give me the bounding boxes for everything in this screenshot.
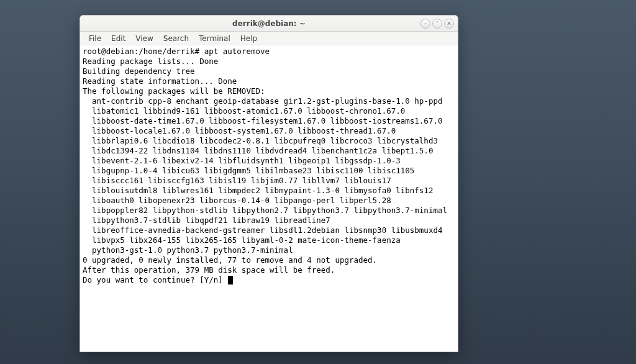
menu-search[interactable]: Search <box>158 33 194 44</box>
terminal-line: Reading state information... Done <box>83 76 455 86</box>
terminal-line: ant-contrib cpp-8 enchant geoip-database… <box>83 96 455 106</box>
menu-view[interactable]: View <box>130 33 158 44</box>
terminal-prompt-line[interactable]: Do you want to continue? [Y/n] <box>83 275 455 285</box>
terminal-line: libboost-date-time1.67.0 libboost-filesy… <box>83 116 455 126</box>
prompt-text: Do you want to continue? [Y/n] <box>83 275 227 285</box>
maximize-icon: ˄ <box>436 20 439 27</box>
terminal-line: root@debian:/home/derrik# apt autoremove <box>83 47 455 57</box>
terminal-window: derrik@debian: ~ – ˄ ✕ File Edit View Se… <box>80 15 458 352</box>
window-controls: – ˄ ✕ <box>420 19 454 29</box>
terminal-line: libatomic1 libbind9-161 libboost-atomic1… <box>83 106 455 116</box>
minimize-button[interactable]: – <box>420 19 430 29</box>
terminal-line: python3-gst-1.0 python3.7 python3.7-mini… <box>83 245 455 255</box>
terminal-line: Building dependency tree <box>83 66 455 76</box>
terminal-output-area[interactable]: root@debian:/home/derrik# apt autoremove… <box>80 45 458 352</box>
menu-edit[interactable]: Edit <box>106 33 130 44</box>
terminal-line: libvpx5 libx264-155 libx265-165 libyaml-… <box>83 235 455 245</box>
maximize-button[interactable]: ˄ <box>432 19 442 29</box>
close-icon: ✕ <box>447 20 452 27</box>
terminal-line: libreoffice-avmedia-backend-gstreamer li… <box>83 225 455 235</box>
cursor-block <box>228 276 233 284</box>
terminal-line: libisccc161 libisccfg163 libisl19 libjim… <box>83 176 455 186</box>
menu-help[interactable]: Help <box>235 33 262 44</box>
terminal-line: Reading package lists... Done <box>83 57 455 66</box>
window-title: derrik@debian: ~ <box>80 19 458 28</box>
terminal-line: liblouisutdml8 liblwres161 libmpdec2 lib… <box>83 186 455 196</box>
terminal-line: libdc1394-22 libdns1104 libdns1110 libdv… <box>83 146 455 156</box>
terminal-line: liboauth0 libopenexr23 liborcus-0.14-0 l… <box>83 196 455 206</box>
terminal-line: libboost-locale1.67.0 libboost-system1.6… <box>83 126 455 136</box>
terminal-line: libevent-2.1-6 libexiv2-14 libfluidsynth… <box>83 156 455 166</box>
terminal-line: 0 upgraded, 0 newly installed, 77 to rem… <box>83 255 455 265</box>
menu-terminal[interactable]: Terminal <box>194 33 235 44</box>
terminal-line: libbrlapi0.6 libcdio18 libcodec2-0.8.1 l… <box>83 136 455 146</box>
minimize-icon: – <box>424 20 427 27</box>
terminal-line: libpython3.7-stdlib libqpdf21 libraw19 l… <box>83 216 455 225</box>
close-button[interactable]: ✕ <box>444 19 454 29</box>
terminal-line: The following packages will be REMOVED: <box>83 86 455 96</box>
titlebar[interactable]: derrik@debian: ~ – ˄ ✕ <box>80 16 458 32</box>
terminal-line: libgupnp-1.0-4 libicu63 libigdgmm5 libil… <box>83 166 455 176</box>
terminal-line: After this operation, 379 MB disk space … <box>83 265 455 275</box>
menu-file[interactable]: File <box>84 33 106 44</box>
menubar: File Edit View Search Terminal Help <box>80 32 458 45</box>
terminal-line: libpoppler82 libpython-stdlib libpython2… <box>83 206 455 216</box>
